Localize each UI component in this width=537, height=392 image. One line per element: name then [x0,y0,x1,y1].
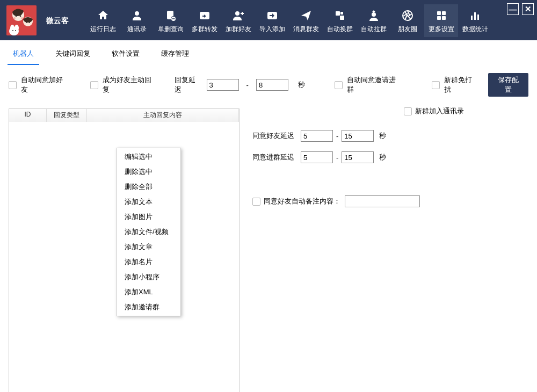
lbl-auto-accept-friend: 自动同意加好友 [21,75,69,95]
nav-contacts[interactable]: 通讯录 [120,4,154,37]
main-area: ID 回复类型 主动回复内容 编辑选中 删除选中 删除全部 添加文本 添加图片 … [0,108,537,392]
ctx-edit-selected[interactable]: 编辑选中 [118,149,179,164]
chk-new-group-dnd[interactable] [432,81,440,89]
ctx-add-invite-group[interactable]: 添加邀请群 [118,300,179,315]
reply-table: ID 回复类型 主动回复内容 编辑选中 删除选中 删除全部 添加文本 添加图片 … [9,108,240,392]
svg-rect-33 [477,14,479,20]
context-menu: 编辑选中 删除选中 删除全部 添加文本 添加图片 添加文件/视频 添加文章 添加… [117,148,181,316]
svg-point-4 [13,17,16,19]
minimize-button[interactable]: — [507,3,519,15]
app-name: 微云客 [46,16,69,26]
home-icon [86,8,120,24]
nav-auto-pull-group[interactable]: 自动拉群 [357,4,390,37]
input-reply-delay-min[interactable] [207,79,239,91]
chk-auto-accept-friend[interactable] [9,81,17,89]
chk-auto-remark[interactable] [252,198,260,206]
svg-rect-30 [442,16,446,20]
svg-rect-32 [474,12,476,20]
grid-icon [424,8,458,24]
person-icon [120,8,154,24]
bar-chart-icon [458,8,492,24]
window-controls: — ✕ [507,3,534,15]
svg-rect-31 [471,16,473,20]
nav-single-delete-query[interactable]: 单删查询 [154,4,187,37]
ctx-add-file-video[interactable]: 添加文件/视频 [118,224,179,239]
nav-moments[interactable]: 朋友圈 [390,4,424,37]
options-row: 自动同意加好友 成为好友主动回复 回复延迟 - 秒 自动同意邀请进群 新群免打扰… [0,66,537,104]
tab-robot[interactable]: 机器人 [8,46,39,65]
nav-auto-switch-group[interactable]: 自动换群 [323,4,357,37]
chk-auto-accept-group[interactable] [335,81,343,89]
left-panel: ID 回复类型 主动回复内容 编辑选中 删除选中 删除全部 添加文本 添加图片 … [9,108,240,392]
th-reply-type[interactable]: 回复类型 [47,109,87,122]
main-nav: 运行日志 通讯录 单删查询 多群转发 加群好友 导入添加 消息群发 自动换群 [86,4,492,37]
tab-keyword-reply[interactable]: 关键词回复 [50,46,96,65]
person-add-icon [221,8,255,24]
person-up-icon [357,8,390,24]
svg-point-5 [21,17,23,19]
tab-software-settings[interactable]: 软件设置 [106,46,145,65]
nav-import-add[interactable]: 导入添加 [255,4,289,37]
ctx-add-xml[interactable]: 添加XML [118,285,179,300]
nav-group-send[interactable]: 消息群发 [289,4,323,37]
lbl-sec1: 秒 [379,131,386,141]
svg-rect-24 [340,12,343,14]
lbl-seconds: 秒 [298,80,305,90]
ctx-add-card[interactable]: 添加名片 [118,255,179,270]
input-accept-group-max[interactable] [342,151,374,163]
svg-rect-28 [442,11,446,15]
sub-tabs: 机器人 关键词回复 软件设置 缓存管理 [0,40,537,66]
svg-point-11 [14,25,19,31]
svg-point-14 [135,11,139,16]
th-id[interactable]: ID [9,109,47,122]
nav-multi-group-forward[interactable]: 多群转发 [187,4,221,37]
svg-point-12 [12,30,13,31]
send-icon [289,8,323,24]
ctx-add-text[interactable]: 添加文本 [118,194,179,209]
svg-point-2 [16,16,17,17]
input-accept-friend-min[interactable] [301,130,333,142]
svg-rect-22 [336,11,340,16]
input-accept-friend-max[interactable] [342,130,374,142]
svg-rect-18 [172,18,175,19]
chk-auto-reply[interactable] [90,81,98,89]
tab-cache-mgmt[interactable]: 缓存管理 [156,46,194,65]
nav-more-settings[interactable]: 更多设置 [424,4,458,37]
ctx-delete-all[interactable]: 删除全部 [118,179,179,194]
lbl-accept-group-delay: 同意进群延迟 [252,153,301,162]
ctx-add-image[interactable]: 添加图片 [118,209,179,224]
ctx-add-miniapp[interactable]: 添加小程序 [118,270,179,285]
ctx-delete-selected[interactable]: 删除选中 [118,164,179,179]
titlebar: 微云客 运行日志 通讯录 单删查询 多群转发 加群好友 导入添加 消息群发 [0,0,537,40]
nav-add-group-friend[interactable]: 加群好友 [221,4,255,37]
avatar [6,5,37,35]
import-icon [255,8,289,24]
svg-rect-27 [437,11,441,15]
ctx-add-article[interactable]: 添加文章 [118,239,179,255]
dash: - [243,81,252,89]
aperture-icon [390,8,424,24]
chk-new-group-add-contacts[interactable] [404,107,412,115]
input-auto-remark[interactable] [345,195,420,207]
close-button[interactable]: ✕ [522,3,534,15]
nav-run-log[interactable]: 运行日志 [86,4,120,37]
lbl-accept-friend-delay: 同意好友延迟 [252,131,301,141]
input-reply-delay-max[interactable] [256,79,288,91]
svg-rect-23 [340,16,344,20]
svg-point-10 [10,25,14,31]
svg-point-8 [29,22,30,23]
doc-remove-icon [154,8,187,24]
lbl-new-group-add-contacts: 新群加入通讯录 [415,106,464,116]
forward-icon [187,8,221,24]
input-accept-group-min[interactable] [301,151,333,163]
lbl-auto-reply: 成为好友主动回复 [103,75,157,95]
save-config-button[interactable]: 保存配置 [488,73,528,97]
lbl-new-group-dnd: 新群免打扰 [444,75,478,95]
nav-stats[interactable]: 数据统计 [458,4,492,37]
svg-point-3 [20,16,21,17]
svg-point-7 [26,22,27,23]
lbl-reply-delay: 回复延迟 [175,75,202,95]
svg-point-13 [15,30,16,31]
th-reply-content[interactable]: 主动回复内容 [87,109,239,122]
table-header: ID 回复类型 主动回复内容 [9,109,239,122]
